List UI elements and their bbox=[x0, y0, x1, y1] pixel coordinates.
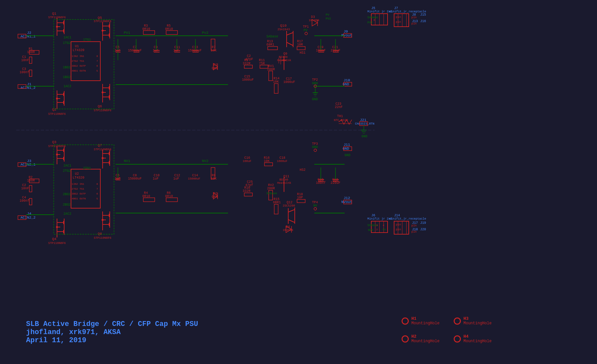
svg-text:1uF: 1uF bbox=[153, 177, 159, 181]
svg-text:J16: J16 bbox=[420, 20, 426, 23]
svg-text:C16: C16 bbox=[244, 156, 250, 160]
svg-text:Q3: Q3 bbox=[52, 140, 56, 144]
svg-text:J9: J9 bbox=[344, 30, 348, 34]
svg-text:1000uF: 1000uF bbox=[283, 80, 295, 84]
svg-text:100nf: 100nf bbox=[20, 199, 29, 203]
svg-point-266 bbox=[102, 219, 104, 221]
svg-text:STP110N8F6: STP110N8F6 bbox=[48, 113, 66, 116]
svg-text:Q1: Q1 bbox=[52, 12, 57, 16]
svg-text:1000uF: 1000uF bbox=[277, 160, 287, 163]
svg-text:1BG1: 1BG1 bbox=[63, 66, 71, 69]
svg-text:LT4320: LT4320 bbox=[73, 176, 84, 180]
svg-text:J20: J20 bbox=[420, 228, 426, 231]
svg-text:NV1: NV1 bbox=[124, 159, 130, 163]
svg-text:J5: J5 bbox=[371, 7, 375, 10]
svg-text:2SA1943: 2SA1943 bbox=[277, 28, 290, 31]
svg-point-28 bbox=[102, 30, 104, 32]
svg-text:GND: GND bbox=[345, 154, 350, 157]
svg-text:ACIN2_2: ACIN2_2 bbox=[21, 216, 36, 220]
mh2-label: MountingHole bbox=[411, 339, 439, 344]
svg-text:Pv2: Pv2 bbox=[202, 31, 208, 35]
svg-point-246 bbox=[56, 226, 58, 228]
svg-text:1AC2: 1AC2 bbox=[64, 85, 71, 88]
svg-text:NV: NV bbox=[383, 228, 386, 231]
svg-text:2TG1: 2TG1 bbox=[83, 167, 91, 170]
svg-text:C14: C14 bbox=[192, 174, 198, 177]
mh2-id: H2 bbox=[411, 334, 439, 339]
svg-text:200R: 200R bbox=[267, 187, 275, 190]
svg-text:U2: U2 bbox=[75, 172, 79, 176]
svg-text:J6: J6 bbox=[371, 214, 375, 217]
svg-text:4: 4 bbox=[72, 197, 73, 200]
svg-text:PV2: PV2 bbox=[367, 21, 373, 24]
svg-text:Minifit jr 2x2: Minifit jr 2x2 bbox=[367, 10, 392, 13]
svg-text:PV: PV bbox=[326, 13, 329, 17]
svg-text:2: 2 bbox=[376, 228, 378, 231]
svg-text:TH1: TH1 bbox=[337, 115, 343, 118]
svg-text:SAbase: SAbase bbox=[266, 35, 278, 38]
mounting-holes-section: H1 MountingHole H3 MountingHole H2 Mount… bbox=[402, 312, 506, 348]
svg-point-236 bbox=[56, 154, 58, 155]
svg-text:BG2  OUTP: BG2 OUTP bbox=[73, 64, 86, 67]
svg-text:180R: 180R bbox=[27, 179, 35, 182]
svg-text:J12: J12 bbox=[344, 196, 350, 200]
svg-text:15000uF: 15000uF bbox=[188, 177, 200, 181]
svg-text:68R1: 68R1 bbox=[266, 43, 274, 47]
svg-text:GND: GND bbox=[362, 135, 367, 138]
svg-text:STP110N8F6: STP110N8F6 bbox=[48, 16, 66, 19]
svg-text:3: 3 bbox=[373, 19, 375, 21]
svg-text:4: 4 bbox=[383, 224, 384, 227]
svg-text:Q5: Q5 bbox=[98, 16, 102, 20]
svg-text:ACIN1_1: ACIN1_1 bbox=[21, 34, 36, 38]
mh3-id: H3 bbox=[463, 316, 491, 321]
svg-text:Minifit jr 2x2: Minifit jr 2x2 bbox=[367, 217, 392, 221]
mh1-symbol bbox=[402, 317, 409, 325]
mounting-hole-h1: H1 MountingHole bbox=[402, 312, 454, 330]
svg-text:D3: D3 bbox=[311, 15, 315, 19]
svg-text:NV2: NV2 bbox=[202, 159, 208, 163]
svg-text:SAbase: SAbase bbox=[367, 16, 378, 19]
svg-text:Q2: Q2 bbox=[52, 108, 56, 112]
svg-point-38 bbox=[102, 91, 104, 93]
title-line3: April 11, 2019 bbox=[26, 336, 198, 344]
svg-text:6: 6 bbox=[96, 192, 98, 195]
svg-text:pin: pin bbox=[396, 20, 401, 24]
svg-text:U1: U1 bbox=[75, 45, 79, 48]
svg-text:1BG2: 1BG2 bbox=[63, 75, 71, 79]
mh1-label: MountingHole bbox=[411, 321, 439, 326]
svg-text:BG1  OUTN: BG1 OUTN bbox=[73, 69, 86, 72]
svg-text:1: 1 bbox=[72, 182, 73, 185]
svg-text:GND: GND bbox=[312, 145, 318, 149]
svg-point-8 bbox=[56, 26, 58, 28]
svg-text:J21: J21 bbox=[360, 118, 366, 122]
schematic-canvas: Q1 STP110N8F6 Q2 STP110N8F6 Q5 bbox=[0, 0, 597, 364]
svg-text:STP110N8F6: STP110N8F6 bbox=[94, 109, 111, 112]
svg-text:2AC1: 2AC1 bbox=[64, 164, 71, 168]
svg-text:Q9: Q9 bbox=[283, 52, 287, 56]
svg-text:2AC2: 2AC2 bbox=[64, 212, 71, 216]
svg-text:pln: pln bbox=[411, 224, 417, 227]
svg-text:NV2: NV2 bbox=[368, 229, 373, 232]
svg-text:BD139: BD139 bbox=[279, 56, 288, 59]
mh1-id: H1 bbox=[411, 316, 439, 321]
svg-text:332R: 332R bbox=[243, 189, 250, 193]
svg-text:Q4: Q4 bbox=[52, 237, 57, 241]
mh4-id: H4 bbox=[463, 334, 491, 339]
svg-text:100uF: 100uF bbox=[243, 160, 251, 163]
svg-text:J4: J4 bbox=[27, 212, 32, 216]
svg-text:pln: pln bbox=[411, 22, 417, 25]
svg-text:6BR1: 6BR1 bbox=[273, 201, 281, 204]
svg-text:IN2  IN1: IN2 IN1 bbox=[73, 55, 84, 58]
mh2-symbol bbox=[402, 335, 409, 343]
svg-text:J14: J14 bbox=[394, 214, 400, 217]
svg-text:1: 1 bbox=[72, 55, 73, 58]
svg-text:PV: PV bbox=[304, 29, 307, 32]
svg-text:BG1  OUTN: BG1 OUTN bbox=[73, 197, 86, 200]
svg-text:pin: pin bbox=[396, 228, 401, 231]
svg-text:GN0: GN0 bbox=[312, 82, 318, 85]
svg-text:IN2  IN1: IN2 IN1 bbox=[73, 182, 84, 185]
svg-rect-0 bbox=[0, 0, 597, 364]
svg-text:TG2  TG1: TG2 TG1 bbox=[73, 60, 84, 62]
svg-text:J10: J10 bbox=[344, 78, 350, 82]
svg-text:220uF: 220uF bbox=[331, 181, 340, 185]
